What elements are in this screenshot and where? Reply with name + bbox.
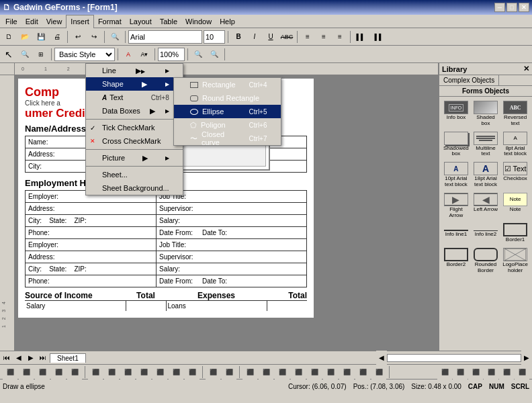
ind3[interactable]: ⬛ [468, 365, 483, 379]
ind4[interactable]: ⬛ [484, 365, 498, 379]
zoom-in-button[interactable]: 🔍 [17, 47, 32, 62]
bt11[interactable]: ⬛ [169, 365, 183, 379]
bt6[interactable]: ⬛ [88, 365, 103, 379]
horizontal-scrollbar[interactable] [387, 354, 521, 362]
menu-text-item[interactable]: A Text Ctrl+8 [86, 91, 183, 104]
bt23[interactable]: ⬛ [371, 365, 386, 379]
lib-item-logo-place[interactable]: LogoPlace holder [501, 247, 529, 275]
lib-item-border1[interactable]: Border1 [501, 222, 529, 244]
undo-button[interactable]: ↩ [71, 30, 85, 44]
lib-item-rounded-border[interactable]: Rounded Border [472, 247, 499, 275]
shape-polygon-item[interactable]: ⬠ Poligon Ctrl+6 [174, 118, 281, 132]
italic-button[interactable]: I [247, 30, 262, 44]
tab-complex-objects[interactable]: Complex Objects [439, 75, 499, 85]
zoom-in2-button[interactable]: 🔍 [207, 47, 222, 62]
open-button[interactable]: 📂 [17, 30, 32, 44]
more-button2[interactable]: ▐▐ [369, 30, 384, 44]
ind1[interactable]: ⬛ [437, 365, 452, 379]
menu-layout[interactable]: Layout [126, 15, 156, 28]
bt8[interactable]: ⬛ [120, 365, 135, 379]
new-button[interactable]: 🗋 [1, 30, 16, 44]
menu-sheetbg-item[interactable]: Sheet Background... [86, 181, 183, 195]
maximize-button[interactable]: □ [506, 3, 517, 12]
bt14[interactable]: ⬛ [222, 365, 236, 379]
print-button[interactable]: 🖨 [50, 30, 64, 44]
menu-picture-item[interactable]: Picture ▶ [86, 151, 183, 165]
lib-item-shaded-box[interactable]: Shaded box [472, 99, 499, 128]
bt19[interactable]: ⬛ [307, 365, 322, 379]
menu-window[interactable]: Window [181, 15, 216, 28]
menu-shape-item[interactable]: Shape ▶ Rectangle Ctrl+4 Round R [86, 77, 183, 91]
font-name-input[interactable] [128, 30, 202, 44]
lib-item-shadowed-box[interactable]: Shadowed box [442, 130, 470, 159]
scroll-right-button[interactable]: ▶ [521, 351, 532, 365]
underline-button[interactable]: U [263, 30, 278, 44]
bt17[interactable]: ⬛ [275, 365, 290, 379]
menu-cross-item[interactable]: Cross CheckMark [86, 134, 183, 148]
lib-item-info-line1[interactable]: Info line1 [442, 222, 470, 244]
bt18[interactable]: ⬛ [291, 365, 306, 379]
bt10[interactable]: ⬛ [152, 365, 167, 379]
menu-view[interactable]: View [42, 15, 66, 28]
bt5[interactable]: ⬛ [67, 365, 82, 379]
title-bar-controls[interactable]: ─ □ ✕ [494, 3, 529, 12]
nav-prev-button[interactable]: ◀ [13, 353, 24, 363]
bt3[interactable]: ⬛ [35, 365, 50, 379]
menu-edit[interactable]: Edit [21, 15, 42, 28]
menu-help[interactable]: Help [216, 15, 239, 28]
shape-closed-curve-item[interactable]: 〜 Closed curve Ctrl+7 [174, 132, 281, 145]
style-dropdown[interactable]: Basic Style [54, 48, 115, 61]
shape-rectangle-item[interactable]: Rectangle Ctrl+4 [174, 78, 281, 91]
menu-insert[interactable]: Insert [66, 15, 94, 28]
shape-ellipse-item[interactable]: Ellipse Ctrl+5 [174, 105, 281, 118]
lib-item-reversed-text[interactable]: ABC Reversed text [501, 99, 529, 128]
align-left-button[interactable]: ≡ [300, 30, 315, 44]
bt15[interactable]: ⬛ [242, 365, 257, 379]
lib-item-info-box[interactable]: INFO Info box [442, 99, 470, 128]
lib-item-10pt-arial[interactable]: A 10pt Arial text block [442, 161, 470, 189]
bt2[interactable]: ⬛ [19, 365, 34, 379]
sheet-tab-sheet1[interactable]: Sheet1 [50, 353, 86, 363]
library-close-button[interactable]: ✕ [523, 64, 529, 73]
lib-item-18pt-arial[interactable]: A 18pt Arial text block [472, 161, 499, 189]
bt13[interactable]: ⬛ [206, 365, 220, 379]
abc-button[interactable]: ABC [279, 30, 294, 44]
ind6[interactable]: ⬛ [515, 365, 529, 379]
font-size-input[interactable] [204, 30, 225, 44]
align-right-button[interactable]: ≡ [332, 30, 347, 44]
color-btn1[interactable]: A [121, 47, 136, 62]
more-button1[interactable]: ▌▌ [353, 30, 368, 44]
menu-format[interactable]: Format [94, 15, 126, 28]
redo-button[interactable]: ↪ [87, 30, 101, 44]
zoom-out-button[interactable]: 🔍 [191, 47, 206, 62]
ind2[interactable]: ⬛ [453, 365, 468, 379]
nav-buttons[interactable]: ⏮ ◀ ▶ ⏭ [0, 353, 50, 363]
bt7[interactable]: ⬛ [104, 365, 119, 379]
bt20[interactable]: ⬛ [323, 365, 338, 379]
menu-databoxes-item[interactable]: Data Boxes ▶ [86, 104, 183, 118]
cursor-tool[interactable]: ↖ [1, 47, 16, 62]
save-button[interactable]: 💾 [34, 30, 48, 44]
scroll-left-button[interactable]: ◀ [376, 351, 387, 365]
shape-round-rect-item[interactable]: Round Rectangle [174, 91, 281, 105]
bold-button[interactable]: B [231, 30, 246, 44]
bt22[interactable]: ⬛ [355, 365, 370, 379]
bt16[interactable]: ⬛ [259, 365, 273, 379]
menu-table[interactable]: Table [156, 15, 181, 28]
minimize-button[interactable]: ─ [494, 3, 505, 12]
bt4[interactable]: ⬛ [51, 365, 66, 379]
nav-next-button[interactable]: ▶ [26, 353, 36, 363]
lib-item-info-line2[interactable]: Info line2 [472, 222, 499, 244]
bt21[interactable]: ⬛ [339, 365, 354, 379]
lib-item-note[interactable]: Note Note [501, 191, 529, 220]
zoom-fit-button[interactable]: ⊞ [34, 47, 48, 62]
search-button[interactable]: 🔍 [107, 30, 122, 44]
nav-last-button[interactable]: ⏭ [38, 353, 48, 363]
bt1[interactable]: ⬛ [3, 365, 17, 379]
lib-item-multiline-text[interactable]: Multiline text [472, 130, 499, 159]
ind5[interactable]: ⬛ [499, 365, 514, 379]
lib-item-left-arrow[interactable]: ◀ Left Arrow [472, 191, 499, 220]
align-center-button[interactable]: ≡ [316, 30, 331, 44]
lib-item-flight-arrow[interactable]: ▶ Flight Arrow [442, 191, 470, 220]
menu-line-item[interactable]: Line ▶ [86, 64, 183, 77]
